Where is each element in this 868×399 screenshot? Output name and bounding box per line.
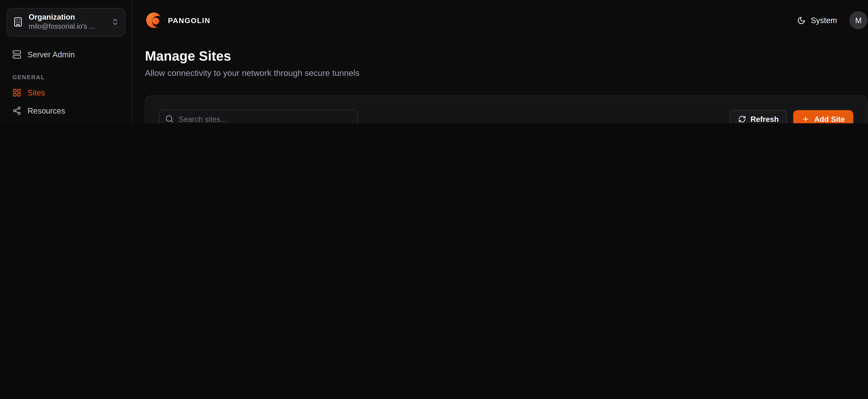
refresh-label: Refresh [750, 115, 779, 123]
add-site-label: Add Site [814, 115, 845, 123]
theme-label: System [811, 16, 837, 25]
org-switcher[interactable]: Organization milo@fossorial.io's ... [7, 8, 125, 36]
avatar-initial: M [855, 16, 861, 25]
sidebar-item-domains[interactable]: Domains [7, 119, 125, 123]
sidebar-item-label: Server Admin [28, 50, 75, 59]
main-area: PANGOLIN System M Manage Sites Allow [133, 0, 868, 123]
sidebar: Organization milo@fossorial.io's ... Ser… [0, 0, 133, 123]
sidebar-item-sites[interactable]: Sites [7, 84, 125, 101]
page-title: Manage Sites [145, 48, 867, 64]
org-label: Organization [29, 13, 105, 22]
chevrons-up-down-icon [111, 18, 119, 26]
sidebar-item-server-admin[interactable]: Server Admin [7, 45, 125, 63]
refresh-button[interactable]: Refresh [730, 110, 787, 123]
search-icon [165, 115, 174, 123]
sidebar-section-general: GENERAL [7, 73, 125, 80]
moon-icon [797, 16, 806, 25]
pangolin-logo-icon [145, 11, 163, 29]
search-input[interactable] [159, 110, 358, 123]
brand-name: PANGOLIN [168, 16, 211, 25]
refresh-icon [738, 115, 746, 123]
app-window: Organization milo@fossorial.io's ... Ser… [0, 0, 868, 123]
topbar: PANGOLIN System M [145, 0, 867, 40]
plus-icon [802, 115, 810, 123]
server-icon [12, 50, 21, 59]
sidebar-item-label: Resources [28, 106, 65, 115]
add-site-button[interactable]: Add Site [793, 110, 853, 123]
brand-logo[interactable]: PANGOLIN [145, 11, 210, 29]
sidebar-item-label: Sites [28, 88, 45, 97]
org-value: milo@fossorial.io's ... [29, 22, 105, 31]
avatar[interactable]: M [849, 11, 867, 29]
page-subtitle: Allow connectivity to your network throu… [145, 68, 867, 78]
building-icon [13, 17, 23, 27]
sites-grid-icon [12, 88, 21, 97]
sidebar-item-resources[interactable]: Resources [7, 101, 125, 119]
sites-card: Refresh Add Site Name [145, 95, 867, 123]
resources-icon [12, 106, 21, 115]
theme-toggle[interactable]: System [797, 16, 837, 25]
